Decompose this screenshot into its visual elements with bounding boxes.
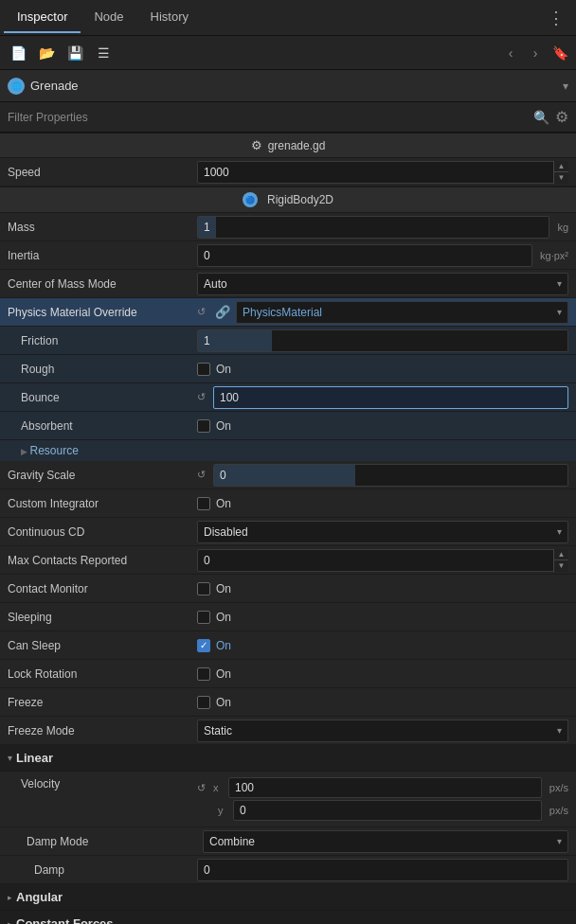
node-chevron[interactable]: ▾ [563,80,568,93]
physics-material-chevron: ▾ [557,307,562,317]
linear-section-arrow: ▾ [8,753,12,763]
rough-value-container: On [197,363,568,376]
bounce-reset-icon[interactable]: ↺ [197,391,206,403]
max-contacts-row: Max Contacts Reported ▲ ▼ [0,546,576,575]
continuous-cd-dropdown[interactable]: Disabled ▾ [197,521,568,543]
speed-spin-up[interactable]: ▲ [553,161,568,173]
filter-options-icon[interactable]: ⚙ [555,108,568,126]
continuous-cd-row: Continuous CD Disabled ▾ [0,518,576,546]
physics-material-dropdown-text: PhysicsMaterial [243,306,322,319]
custom-integrator-checkbox[interactable] [197,497,210,510]
velocity-y-row: y px/s [218,800,568,821]
max-contacts-input[interactable] [197,549,568,572]
center-of-mass-row: Center of Mass Mode Auto ▾ [0,270,576,298]
bookmark-button[interactable]: 🔖 [549,43,570,63]
contact-monitor-checkbox[interactable] [197,582,210,595]
rough-row: Rough On [0,355,576,383]
angular-section-toggle[interactable]: ▸ Angular [0,884,576,911]
physics-material-reset-icon[interactable]: ↺ [197,306,206,318]
mass-row: Mass 1 kg [0,213,576,241]
center-of-mass-value-container: Auto ▾ [197,273,568,295]
tab-history[interactable]: History [137,2,202,33]
damp-mode-dropdown[interactable]: Combine ▾ [203,830,568,853]
node-name: Grenade [30,79,563,93]
velocity-reset-icon[interactable]: ↺ [197,782,206,794]
grenade-section-header: ⚙ grenade.gd [0,133,576,158]
tab-inspector[interactable]: Inspector [4,2,81,33]
rigidbody-icon: 🔵 [243,192,258,207]
gravity-scale-label: Gravity Scale [8,469,197,482]
bounce-row: Bounce ↺ [0,383,576,412]
velocity-x-unit: px/s [549,782,568,793]
tabs-bar: Inspector Node History ⋮ [0,0,576,36]
search-icon[interactable]: 🔍 [533,110,549,125]
velocity-y-input[interactable] [233,800,542,821]
velocity-x-input[interactable] [228,777,542,798]
custom-integrator-value-container: On [197,497,568,510]
can-sleep-on-label: On [216,639,231,652]
new-file-button[interactable]: 📄 [6,41,30,65]
can-sleep-checkbox[interactable] [197,639,210,652]
custom-integrator-row: Custom Integrator On [0,489,576,518]
speed-spinbox-arrows: ▲ ▼ [553,161,568,184]
sleeping-checkbox[interactable] [197,611,210,624]
physics-material-dropdown[interactable]: PhysicsMaterial ▾ [236,301,568,324]
back-button[interactable]: ‹ [500,43,521,63]
max-contacts-value-container: ▲ ▼ [197,549,568,572]
mass-value-container: 1 kg [197,216,568,239]
open-file-button[interactable]: 📂 [34,41,59,65]
forward-button[interactable]: › [525,43,546,63]
resource-row[interactable]: Resource [0,440,576,461]
gravity-scale-reset-icon[interactable]: ↺ [197,469,206,481]
physics-material-link-icon: 🔗 [215,305,230,319]
inertia-unit: kg·px² [540,250,568,261]
physics-material-label: Physics Material Override [8,306,197,319]
freeze-mode-value-container: Static ▾ [197,720,568,742]
absorbent-checkbox-container: On [197,419,231,433]
rigidbody-section-header: 🔵 RigidBody2D [0,187,576,213]
speed-input[interactable] [197,161,568,184]
continuous-cd-value-container: Disabled ▾ [197,521,568,543]
damp-mode-label: Damp Mode [13,835,203,848]
mass-value: 1 [204,221,210,234]
center-of-mass-chevron: ▾ [557,278,562,289]
sleeping-label: Sleeping [8,611,197,624]
rigidbody-section-title: RigidBody2D [267,193,333,206]
rough-checkbox[interactable] [197,363,210,376]
gravity-scale-value-container: ↺ 0 [197,464,568,487]
can-sleep-label: Can Sleep [8,639,197,652]
absorbent-checkbox[interactable] [197,419,210,433]
contact-monitor-on-label: On [216,582,231,595]
lock-rotation-checkbox[interactable] [197,667,210,681]
friction-value: 1 [204,334,210,347]
center-of-mass-dropdown[interactable]: Auto ▾ [197,273,568,295]
physics-material-row: Physics Material Override ↺ 🔗 PhysicsMat… [0,298,576,327]
freeze-checkbox[interactable] [197,696,210,709]
linear-section-toggle[interactable]: ▾ Linear [0,745,576,772]
freeze-mode-dropdown[interactable]: Static ▾ [197,720,568,742]
speed-row: Speed ▲ ▼ [0,158,576,187]
constant-forces-section-toggle[interactable]: ▸ Constant Forces [0,911,576,924]
rough-checkbox-container: On [197,363,231,376]
contact-monitor-row: Contact Monitor On [0,575,576,603]
center-of-mass-dropdown-text: Auto [204,277,227,291]
angular-section-label: Angular [16,890,63,904]
save-button[interactable]: 💾 [63,41,87,65]
sleeping-checkbox-container: On [197,611,231,624]
velocity-y-label: y [218,805,229,816]
sleeping-row: Sleeping On [0,603,576,631]
node-icon: 🌐 [8,78,25,95]
freeze-label: Freeze [8,696,197,709]
tab-node[interactable]: Node [81,2,136,33]
physics-material-value-container: ↺ 🔗 PhysicsMaterial ▾ [197,301,568,324]
menu-button[interactable]: ☰ [91,41,116,65]
max-contacts-spin-down[interactable]: ▼ [553,560,568,572]
lock-rotation-checkbox-container: On [197,667,231,681]
friction-row: Friction 1 [0,327,576,355]
speed-spin-down[interactable]: ▼ [553,172,568,184]
inertia-row: Inertia 0 kg·px² [0,241,576,270]
bounce-input[interactable] [213,386,568,409]
max-contacts-spin-up[interactable]: ▲ [553,549,568,561]
tabs-more-button[interactable]: ⋮ [540,8,572,28]
contact-monitor-label: Contact Monitor [8,582,197,595]
